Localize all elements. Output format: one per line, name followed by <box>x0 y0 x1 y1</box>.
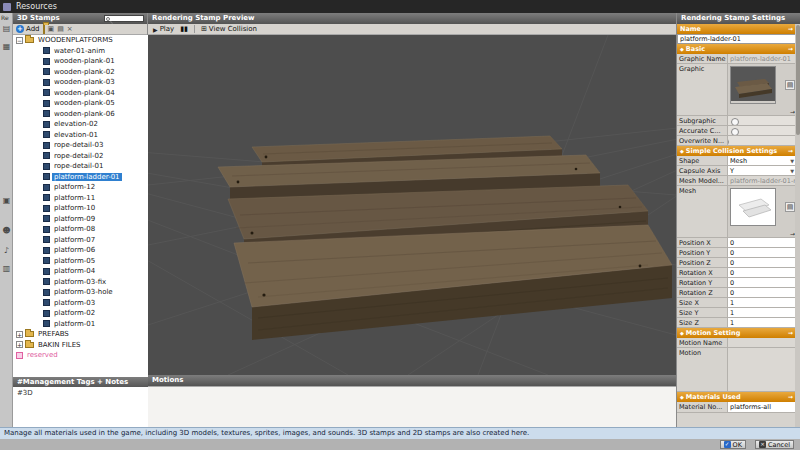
document-tool-icon[interactable]: ▤ <box>1 23 12 34</box>
motions-panel-title: Motions <box>152 376 183 384</box>
edit-resource-icon[interactable]: ▤ <box>785 202 795 212</box>
property-value-input[interactable]: 1 <box>727 298 796 307</box>
tree-folder-prefabs[interactable]: + PREFABS <box>13 329 148 340</box>
tree-item-label: wooden-plank-02 <box>52 68 117 76</box>
motions-panel-header: Motions <box>148 375 676 386</box>
section-materials[interactable]: ◆ Materials Used → <box>677 392 796 402</box>
tree-item[interactable]: platform-02 <box>13 308 148 319</box>
tree-item[interactable]: elevation-01 <box>13 130 148 141</box>
graphic-thumbnail[interactable] <box>730 66 776 104</box>
tag-label[interactable]: #3D <box>17 389 33 397</box>
search-input[interactable] <box>104 15 144 22</box>
tree-item[interactable]: elevation-02 <box>13 119 148 130</box>
tree-item-reserved[interactable]: reserved <box>13 350 148 361</box>
section-collision[interactable]: ◆ Simple Collision Settings → <box>677 146 796 156</box>
tree-item[interactable]: platform-03-fix <box>13 277 148 288</box>
tree-item[interactable]: platform-ladder-01 <box>13 172 148 183</box>
property-value-input[interactable]: 0 <box>727 248 796 257</box>
copy-button[interactable]: ▣ <box>48 25 55 34</box>
material-value[interactable]: platforms-all <box>727 402 796 412</box>
tree-item[interactable]: rope-detail-02 <box>13 151 148 162</box>
delete-button[interactable]: × <box>67 25 73 34</box>
shape-dropdown[interactable]: Mesh▼ <box>727 156 796 165</box>
paste-button[interactable]: ▤ <box>57 25 64 34</box>
character-tool-icon[interactable]: ☻ <box>1 225 12 236</box>
property-value-input[interactable]: 1 <box>727 308 796 317</box>
property-row-accurate: Accurate C... <box>677 126 796 136</box>
scrollbar-thumb[interactable] <box>796 25 800 135</box>
tree-item[interactable]: wooden-plank-03 <box>13 77 148 88</box>
add-button[interactable]: + Add <box>16 25 40 33</box>
box-tool-icon[interactable]: ▣ <box>1 195 12 206</box>
tree-item[interactable]: wooden-plank-06 <box>13 109 148 120</box>
tree-item[interactable]: platform-07 <box>13 235 148 246</box>
section-motion[interactable]: ◆ Motion Setting → <box>677 328 796 338</box>
tree-folder-bakin-files[interactable]: + BAKIN FILES <box>13 340 148 351</box>
capsule-axis-dropdown[interactable]: Y▼ <box>727 166 796 175</box>
property-value-input[interactable]: 0 <box>727 268 796 277</box>
property-label: Rotation Z <box>677 288 727 297</box>
preview-viewport[interactable] <box>148 35 676 375</box>
tree-item[interactable]: platform-08 <box>13 224 148 235</box>
section-icon: ◆ <box>680 146 684 156</box>
folder-icon <box>25 331 34 337</box>
tree-item[interactable]: platform-11 <box>13 193 148 204</box>
tree-item[interactable]: platform-05 <box>13 256 148 267</box>
settings-scrollbar[interactable] <box>795 24 800 427</box>
stamp-tree: − WOODENPLATFORMS water-01-animwooden-pl… <box>13 35 148 377</box>
tree-item[interactable]: wooden-plank-04 <box>13 88 148 99</box>
tree-item[interactable]: platform-10 <box>13 203 148 214</box>
property-value-input[interactable]: 1 <box>727 318 796 327</box>
property-row: Rotation Y0 <box>677 278 796 288</box>
property-value-input[interactable]: 0 <box>727 238 796 247</box>
property-value-input[interactable]: 0 <box>727 288 796 297</box>
window-titlebar[interactable]: Resources <box>0 0 800 13</box>
play-button[interactable]: ▶ Play <box>153 25 174 33</box>
tree-item-label: wooden-plank-03 <box>52 78 117 86</box>
play-button-label: Play <box>160 25 175 33</box>
tree-folder-woodenplatforms[interactable]: − WOODENPLATFORMS <box>13 35 148 46</box>
tags-panel-body[interactable]: #3D <box>13 387 148 427</box>
tree-item[interactable]: water-01-anim <box>13 46 148 57</box>
tree-item[interactable]: platform-09 <box>13 214 148 225</box>
property-label: Position X <box>677 238 727 247</box>
section-basic[interactable]: ◆ Basic → <box>677 44 796 54</box>
cancel-button[interactable]: × Cancel <box>755 440 794 449</box>
expand-icon[interactable]: + <box>16 341 23 348</box>
name-input[interactable]: platform-ladder-01 <box>677 34 796 44</box>
edit-resource-icon[interactable]: ▤ <box>785 80 795 90</box>
preview-toolbar: ▶ Play ▮▮ ⊞ View Collision <box>148 24 676 35</box>
resources-side-tab[interactable]: Re <box>1 14 9 21</box>
property-value-input[interactable]: 0 <box>727 278 796 287</box>
collapse-icon[interactable]: − <box>16 37 23 44</box>
tree-item[interactable]: wooden-plank-02 <box>13 67 148 78</box>
graphic-picker[interactable]: ▤ → <box>727 64 796 115</box>
motions-panel-body[interactable] <box>148 386 676 427</box>
section-name[interactable]: Name → <box>677 24 796 34</box>
tree-item[interactable]: rope-detail-03 <box>13 140 148 151</box>
film-tool-icon[interactable]: ▥ <box>1 263 12 274</box>
tree-item[interactable]: platform-01 <box>13 319 148 330</box>
pause-button[interactable]: ▮▮ <box>180 25 188 33</box>
tree-item[interactable]: rope-detail-01 <box>13 161 148 172</box>
tree-item[interactable]: platform-03 <box>13 298 148 309</box>
tree-item[interactable]: platform-06 <box>13 245 148 256</box>
tree-item[interactable]: platform-04 <box>13 266 148 277</box>
new-folder-button[interactable] <box>43 25 45 34</box>
property-value-input[interactable]: 0 <box>727 258 796 267</box>
mesh-thumbnail[interactable] <box>730 188 776 226</box>
tree-item[interactable]: platform-12 <box>13 182 148 193</box>
tree-item[interactable]: wooden-plank-01 <box>13 56 148 67</box>
expand-icon[interactable]: + <box>16 331 23 338</box>
mesh-picker[interactable]: ▤ → <box>727 186 796 237</box>
music-tool-icon[interactable]: ♪ <box>1 245 12 256</box>
settings-filler <box>677 413 796 427</box>
tree-item[interactable]: platform-03-hole <box>13 287 148 298</box>
grid-tool-icon[interactable]: ▦ <box>1 41 12 52</box>
tree-item-label: platform-01 <box>52 320 97 328</box>
view-collision-toggle[interactable]: ⊞ View Collision <box>201 25 257 33</box>
tree-item[interactable]: wooden-plank-05 <box>13 98 148 109</box>
preview-panel-header: Rendering Stamp Preview <box>148 13 676 24</box>
ok-button[interactable]: ✓ OK <box>720 440 746 449</box>
motion-value[interactable] <box>727 348 796 391</box>
